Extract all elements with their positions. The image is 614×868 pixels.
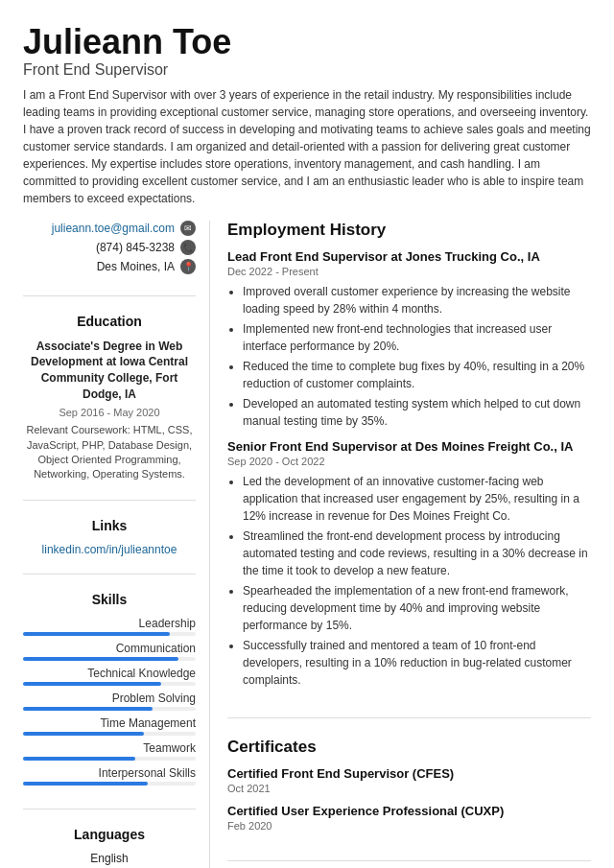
skill-bar-bg — [23, 782, 196, 786]
job-block: Senior Front End Supervisor at Des Moine… — [227, 439, 591, 689]
skills-heading: Skills — [23, 592, 196, 607]
links-section: Links linkedin.com/in/julieanntoe — [23, 518, 196, 575]
skill-item: Leadership — [23, 617, 196, 636]
contact-email: julieann.toe@gmail.com ✉ — [23, 221, 196, 236]
email-link[interactable]: julieann.toe@gmail.com — [52, 222, 175, 235]
location-icon: 📍 — [180, 259, 196, 274]
job-bullets: Led the development of an innovative cus… — [227, 473, 591, 689]
job-title: Lead Front End Supervisor at Jones Truck… — [227, 249, 591, 264]
job-bullet: Spearheaded the implementation of a new … — [243, 582, 591, 634]
skill-bar-bg — [23, 632, 196, 636]
job-bullet: Developed an automated testing system wh… — [243, 395, 591, 430]
skill-item: Teamwork — [23, 741, 196, 761]
header-section: Julieann Toe Front End Supervisor I am a… — [23, 23, 591, 207]
links-block: linkedin.com/in/julieanntoe — [23, 543, 196, 556]
skill-bar-fill — [23, 632, 170, 636]
candidate-summary: I am a Front End Supervisor with over 3 … — [23, 86, 591, 207]
certificates-list: Certified Front End Supervisor (CFES) Oc… — [227, 766, 591, 832]
skill-item: Time Management — [23, 716, 196, 736]
skill-item: Technical Knowledge — [23, 667, 196, 686]
education-heading: Education — [23, 314, 196, 329]
skill-name: Teamwork — [23, 741, 196, 755]
skill-name: Communication — [23, 642, 196, 655]
job-title: Senior Front End Supervisor at Des Moine… — [227, 439, 591, 454]
main-layout: julieann.toe@gmail.com ✉ (874) 845-3238 … — [23, 221, 591, 868]
job-dates: Sep 2020 - Oct 2022 — [227, 456, 591, 467]
cert-date: Feb 2020 — [227, 820, 591, 832]
job-block: Lead Front End Supervisor at Jones Truck… — [227, 249, 591, 430]
contact-section: julieann.toe@gmail.com ✉ (874) 845-3238 … — [23, 221, 196, 296]
edu-degree: Associate's Degree in Web Development at… — [23, 339, 196, 403]
languages-heading: Languages — [23, 827, 196, 842]
location-text: Des Moines, IA — [97, 260, 175, 273]
skill-bar-fill — [23, 657, 178, 661]
cert-date: Oct 2021 — [227, 783, 591, 794]
skill-name: Interpersonal Skills — [23, 766, 196, 780]
contact-location: Des Moines, IA 📍 — [23, 259, 196, 274]
skill-bar-fill — [23, 782, 148, 786]
language-name: English — [23, 852, 196, 865]
job-bullet: Improved overall customer experience by … — [243, 283, 591, 317]
certificates-heading: Certificates — [227, 738, 591, 757]
language-item: English — [23, 852, 196, 868]
education-block: Associate's Degree in Web Development at… — [23, 339, 196, 482]
education-section: Education Associate's Degree in Web Deve… — [23, 314, 196, 501]
skill-bar-bg — [23, 682, 196, 686]
skill-item: Communication — [23, 642, 196, 661]
languages-section: Languages English — [23, 827, 196, 868]
certificate-block: Certified User Experience Professional (… — [227, 804, 591, 832]
skill-bar-bg — [23, 657, 196, 661]
skill-bar-bg — [23, 732, 196, 736]
job-bullet: Implemented new front-end technologies t… — [243, 320, 591, 355]
phone-text: (874) 845-3238 — [96, 241, 175, 254]
skill-item: Interpersonal Skills — [23, 766, 196, 786]
edu-dates: Sep 2016 - May 2020 — [23, 406, 196, 420]
candidate-name: Julieann Toe — [23, 23, 591, 61]
job-bullet: Streamlined the front-end development pr… — [243, 528, 591, 579]
job-bullet: Successfully trained and mentored a team… — [243, 637, 591, 689]
links-heading: Links — [23, 518, 196, 533]
skill-bar-bg — [23, 707, 196, 711]
skill-name: Leadership — [23, 617, 196, 630]
job-dates: Dec 2022 - Present — [227, 266, 591, 277]
skill-bar-fill — [23, 757, 135, 761]
jobs-list: Lead Front End Supervisor at Jones Truck… — [227, 249, 591, 689]
edu-coursework: Relevant Coursework: HTML, CSS, JavaScri… — [23, 423, 196, 482]
cert-name: Certified User Experience Professional (… — [227, 804, 591, 818]
certificate-block: Certified Front End Supervisor (CFES) Oc… — [227, 766, 591, 794]
skill-bar-fill — [23, 707, 153, 711]
skill-bar-fill — [23, 682, 161, 686]
email-icon: ✉ — [180, 221, 196, 236]
right-column: Employment History Lead Front End Superv… — [210, 221, 591, 868]
skill-bar-fill — [23, 732, 144, 736]
skill-name: Problem Solving — [23, 692, 196, 705]
skill-name: Time Management — [23, 716, 196, 730]
skill-name: Technical Knowledge — [23, 667, 196, 680]
job-bullet: Reduced the time to complete bug fixes b… — [243, 358, 591, 392]
employment-section: Employment History Lead Front End Superv… — [227, 221, 591, 718]
left-column: julieann.toe@gmail.com ✉ (874) 845-3238 … — [23, 221, 210, 868]
job-bullet: Led the development of an innovative cus… — [243, 473, 591, 525]
skills-list: Leadership Communication Technical Knowl… — [23, 617, 196, 786]
job-bullets: Improved overall customer experience by … — [227, 283, 591, 430]
employment-heading: Employment History — [227, 221, 591, 240]
candidate-title: Front End Supervisor — [23, 61, 591, 79]
certificates-section: Certificates Certified Front End Supervi… — [227, 738, 591, 861]
cert-name: Certified Front End Supervisor (CFES) — [227, 766, 591, 781]
page: Julieann Toe Front End Supervisor I am a… — [0, 0, 614, 868]
skill-bar-bg — [23, 757, 196, 761]
linkedin-link[interactable]: linkedin.com/in/julieanntoe — [42, 543, 177, 556]
contact-phone: (874) 845-3238 📞 — [23, 240, 196, 255]
skills-section: Skills Leadership Communication Technica… — [23, 592, 196, 809]
phone-icon: 📞 — [180, 240, 196, 255]
languages-list: English — [23, 852, 196, 868]
skill-item: Problem Solving — [23, 692, 196, 711]
